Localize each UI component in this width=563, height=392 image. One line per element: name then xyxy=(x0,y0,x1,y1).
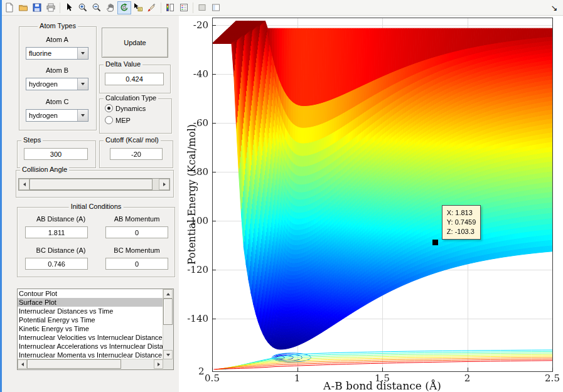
y-tick-label: -140 xyxy=(180,313,208,324)
data-cursor-button[interactable] xyxy=(131,1,145,14)
calculation-type-group: Calculation Type Dynamics MEP xyxy=(99,98,172,134)
pan-icon xyxy=(105,3,115,13)
insert-legend-button[interactable] xyxy=(177,1,191,14)
atom-a-label: Atom A xyxy=(19,36,95,43)
delta-value-title: Delta Value xyxy=(104,60,142,68)
cutoff-field[interactable] xyxy=(110,148,163,160)
control-panel: Atom Types Atom A fluorine Atom B hydrog… xyxy=(0,16,179,392)
bc-momentum-label: BC Momentum xyxy=(103,246,171,254)
steps-title: Steps xyxy=(21,136,43,144)
initial-conditions-group: Initial Conditions AB Distance (A) AB Mo… xyxy=(17,207,175,277)
datatip[interactable]: X: 1.813 Y: 0.7459 Z: -103.3 xyxy=(442,205,481,240)
open-folder-button[interactable] xyxy=(16,1,30,14)
save-button[interactable] xyxy=(30,1,44,14)
y-tick-label: -120 xyxy=(180,264,208,275)
vertical-scrollbar[interactable] xyxy=(163,289,173,359)
dock-figure-button[interactable]: ↘ xyxy=(547,1,561,14)
pointer-icon xyxy=(64,3,74,13)
atom-types-group: Atom Types Atom A fluorine Atom B hydrog… xyxy=(19,26,97,130)
horizontal-scrollbar[interactable] xyxy=(18,359,163,369)
print-button[interactable] xyxy=(44,1,58,14)
toolbar-separator xyxy=(60,3,60,13)
initial-conditions-title: Initial Conditions xyxy=(69,203,124,210)
rotate-3d-icon xyxy=(119,3,129,13)
list-item[interactable]: Potential Energy vs Time xyxy=(18,315,163,324)
list-item[interactable]: Internuclear Distances vs Time xyxy=(18,307,163,315)
depth-axis-tick-label: 2 xyxy=(198,366,205,377)
delta-value-field[interactable] xyxy=(105,73,164,85)
datatip-z-value: Z: -103.3 xyxy=(447,227,476,236)
list-item[interactable]: Internuclear Velocities vs Internuclear … xyxy=(18,333,163,342)
plot-browser-button[interactable] xyxy=(209,1,223,14)
insert-colorbar-icon xyxy=(165,3,175,13)
list-item[interactable]: Kinetic Energy vs Time xyxy=(18,324,163,333)
atom-b-value: hydrogen xyxy=(26,80,77,88)
steps-field[interactable] xyxy=(24,148,88,160)
brush-tool-button[interactable] xyxy=(145,1,159,14)
calculation-type-title: Calculation Type xyxy=(104,94,158,102)
bc-momentum-field[interactable] xyxy=(105,258,168,270)
pan-tool-button[interactable] xyxy=(104,1,117,14)
zoom-out-button[interactable] xyxy=(90,1,104,14)
atom-a-value: fluorine xyxy=(26,50,77,57)
ab-distance-field[interactable] xyxy=(25,226,88,238)
pointer-tool-button[interactable] xyxy=(62,1,76,14)
x-axis-label: A-B bond distance (Å) xyxy=(323,379,441,392)
atom-b-select[interactable]: hydrogen xyxy=(26,78,88,90)
bc-distance-field[interactable] xyxy=(25,258,88,270)
list-item[interactable]: Surface Plot xyxy=(18,298,163,307)
scroll-left-icon[interactable] xyxy=(18,359,27,369)
collision-angle-slider[interactable] xyxy=(18,178,170,191)
slider-left-arrow-icon[interactable] xyxy=(19,179,29,190)
save-icon xyxy=(32,3,42,13)
scroll-right-icon[interactable] xyxy=(154,359,163,369)
new-file-icon xyxy=(4,3,14,13)
slider-thumb[interactable] xyxy=(29,179,153,190)
chevron-down-icon xyxy=(77,48,88,59)
y-axis-label: Potential Energy (Kcal/mol) xyxy=(186,124,198,265)
figure-toolbar: ↘ xyxy=(0,0,563,16)
atom-c-select[interactable]: hydrogen xyxy=(26,109,88,122)
dock-arrow-icon: ↘ xyxy=(551,3,558,13)
rotate-3d-button[interactable] xyxy=(117,1,131,14)
list-item[interactable]: Contour Plot xyxy=(18,289,163,298)
update-button[interactable]: Update xyxy=(102,28,168,58)
y-tick-label: -40 xyxy=(180,68,208,80)
datatip-x-value: X: 1.813 xyxy=(447,208,476,218)
horizontal-scroll-thumb[interactable] xyxy=(27,359,121,369)
vertical-scroll-thumb[interactable] xyxy=(163,299,173,325)
toolbar-separator xyxy=(161,3,161,13)
radio-icon xyxy=(105,116,113,124)
zoom-in-icon xyxy=(78,3,88,13)
plot-type-listbox[interactable]: Contour PlotSurface PlotInternuclear Dis… xyxy=(17,289,174,370)
chevron-down-icon xyxy=(77,110,88,121)
scroll-up-icon[interactable] xyxy=(163,289,173,299)
ab-distance-label: AB Distance (A) xyxy=(20,215,102,223)
brush-icon xyxy=(147,3,157,13)
open-folder-icon xyxy=(18,3,28,13)
figure-palette-icon xyxy=(197,3,207,13)
plot-type-list: Contour PlotSurface PlotInternuclear Dis… xyxy=(18,289,163,359)
zoom-out-icon xyxy=(92,3,102,13)
figure-palette-button[interactable] xyxy=(195,1,209,14)
collision-angle-group: Collision Angle xyxy=(16,170,174,198)
slider-right-arrow-icon[interactable] xyxy=(159,179,169,190)
toolbar-separator xyxy=(193,3,193,13)
list-item[interactable]: Internuclear Momenta vs Internuclear Dis… xyxy=(18,351,163,359)
dynamics-radio[interactable]: Dynamics xyxy=(105,104,146,112)
new-file-button[interactable] xyxy=(3,1,16,14)
scrollbar-corner xyxy=(163,359,173,369)
mep-radio[interactable]: MEP xyxy=(105,116,131,124)
list-item[interactable]: Internuclear Accelerations vs Internucle… xyxy=(18,342,163,351)
figure-window: ↘ Atom Types Atom A fluorine Atom B hydr… xyxy=(0,0,563,392)
radio-icon xyxy=(105,104,113,112)
atom-a-select[interactable]: fluorine xyxy=(26,47,88,60)
insert-colorbar-button[interactable] xyxy=(163,1,177,14)
data-cursor-icon xyxy=(133,3,143,13)
datatip-marker-icon[interactable] xyxy=(432,240,438,245)
print-icon xyxy=(46,3,56,13)
scroll-down-icon[interactable] xyxy=(163,350,173,359)
cutoff-group: Cutoff (Kcal/ mol) xyxy=(99,140,173,168)
ab-momentum-field[interactable] xyxy=(105,226,168,238)
zoom-in-button[interactable] xyxy=(76,1,90,14)
